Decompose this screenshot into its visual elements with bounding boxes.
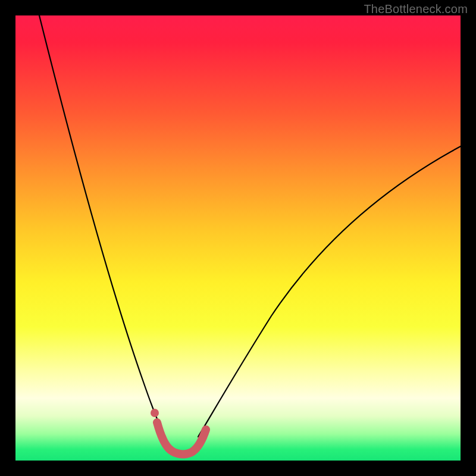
- curve-left: [39, 15, 165, 437]
- curve-right: [198, 146, 461, 437]
- chart-plot-area: [15, 15, 461, 461]
- watermark-text: TheBottleneck.com: [364, 2, 468, 16]
- highlight-marker-dot: [151, 409, 159, 417]
- bottleneck-curve-svg: [15, 15, 461, 461]
- highlight-trough: [157, 422, 206, 454]
